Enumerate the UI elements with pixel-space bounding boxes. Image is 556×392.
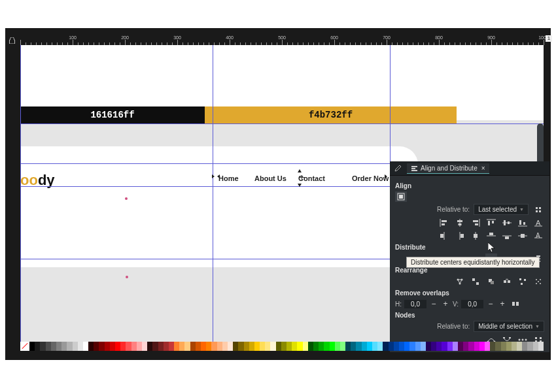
color-swatch[interactable] [485,342,490,351]
color-swatch[interactable] [297,342,302,351]
color-swatch[interactable] [292,342,297,351]
color-swatch[interactable] [29,342,35,351]
color-swatch[interactable] [152,342,158,351]
color-swatch[interactable] [115,342,120,351]
color-swatch[interactable] [287,342,292,351]
color-swatch[interactable] [522,342,527,351]
color-swatch[interactable] [105,342,110,351]
color-swatch[interactable] [276,342,281,351]
ruler-vertical[interactable] [9,45,20,352]
exchange-pos-button[interactable] [470,276,481,287]
color-swatch[interactable] [244,342,249,351]
color-swatch[interactable] [421,342,426,351]
color-swatch[interactable] [367,342,372,351]
color-swatch[interactable] [468,342,474,351]
color-swatch[interactable] [222,342,228,351]
color-swatch[interactable] [56,342,61,351]
color-swatch[interactable] [88,342,94,351]
color-swatch[interactable] [453,342,458,351]
scale-handle-s[interactable] [296,180,304,188]
color-swatch[interactable] [164,342,169,351]
color-swatch[interactable] [351,342,356,351]
color-swatch[interactable] [73,342,78,351]
color-swatch[interactable] [99,342,104,351]
color-swatch[interactable] [61,342,67,351]
align-left-out-button[interactable] [438,231,450,241]
v-plus-button[interactable]: + [498,299,507,308]
guide-vertical[interactable] [213,45,213,342]
align-bottom-out-button[interactable] [501,231,513,241]
unclump-button[interactable] [532,276,544,287]
color-swatch[interactable] [415,342,421,351]
color-swatch[interactable] [512,342,517,351]
h-minus-button[interactable]: − [429,299,438,308]
color-swatch[interactable] [51,342,56,351]
color-swatch[interactable] [201,342,206,351]
color-swatch[interactable] [356,342,361,351]
color-swatch[interactable] [340,342,345,351]
tab-align-distribute[interactable]: Align and Distribute × [407,163,489,174]
color-swatch[interactable] [196,342,201,351]
color-swatch[interactable] [126,342,131,351]
graph-layout-button[interactable] [454,276,466,287]
color-swatch[interactable] [538,342,544,351]
color-swatch[interactable] [394,342,399,351]
close-icon[interactable]: × [481,165,485,172]
color-swatch[interactable] [142,342,147,351]
color-swatch[interactable] [270,342,275,351]
center-page-v-button[interactable] [517,231,529,241]
color-swatch[interactable] [458,342,463,351]
guide-horizontal[interactable] [20,123,544,124]
swatch-black-bar[interactable]: 161616ff [20,106,205,123]
color-swatch[interactable] [389,342,394,351]
color-swatch[interactable] [527,342,532,351]
align-bottom-button[interactable] [517,218,529,228]
color-palette[interactable] [20,342,544,351]
color-swatch[interactable] [46,342,51,351]
nav-item-order[interactable]: Order Now [352,174,389,182]
treat-as-group-button[interactable] [532,204,544,215]
color-swatch[interactable] [313,342,319,351]
color-swatch[interactable] [35,342,40,351]
color-swatch[interactable] [324,342,329,351]
h-value-input[interactable]: 0,0 [404,300,426,308]
color-swatch[interactable] [40,342,45,351]
color-swatch[interactable] [426,342,431,351]
color-swatch[interactable] [308,342,313,351]
color-swatch[interactable] [190,342,196,351]
swatch-yellow-bar[interactable]: f4b732ff [205,106,457,123]
align-text-baseline-button[interactable]: A [532,231,544,241]
color-swatch[interactable] [281,342,287,351]
v-value-input[interactable]: 0,0 [461,300,483,308]
color-swatch[interactable] [147,342,152,351]
swatch-none[interactable] [20,342,29,351]
color-swatch[interactable] [436,342,442,351]
color-swatch[interactable] [67,342,72,351]
align-mode-bbox-button[interactable] [395,191,407,202]
ruler-horizontal[interactable]: 1002003004005006007008009001000 [20,33,544,45]
color-swatch[interactable] [372,342,377,351]
color-swatch[interactable] [442,342,447,351]
color-swatch[interactable] [303,342,308,351]
color-swatch[interactable] [120,342,126,351]
v-minus-button[interactable]: − [486,299,495,308]
color-swatch[interactable] [319,342,324,351]
color-swatch[interactable] [490,342,495,351]
content-card[interactable] [20,146,418,267]
align-center-v-button[interactable] [501,218,513,228]
align-center-h-button[interactable] [454,218,466,228]
color-swatch[interactable] [474,342,479,351]
color-swatch[interactable] [94,342,99,351]
color-swatch[interactable] [169,342,174,351]
remove-overlaps-button[interactable] [510,299,521,309]
color-swatch[interactable] [431,342,436,351]
color-swatch[interactable] [260,342,265,351]
relative-to-dropdown[interactable]: Last selected▼ [474,204,529,215]
color-swatch[interactable] [463,342,468,351]
align-right-out-button[interactable] [454,231,466,241]
align-left-button[interactable] [438,218,450,228]
color-swatch[interactable] [399,342,404,351]
color-swatch[interactable] [206,342,211,351]
edit-icon[interactable] [394,165,402,172]
color-swatch[interactable] [131,342,137,351]
